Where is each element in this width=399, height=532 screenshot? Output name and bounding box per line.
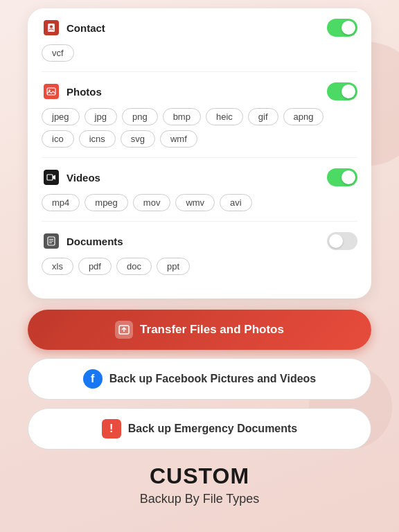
svg-rect-2 — [47, 88, 55, 95]
documents-toggle-knob — [329, 234, 343, 248]
main-container: Contact vcf — [0, 0, 399, 506]
photos-section: Photos jpeg jpg png bmp heic gif apng ic… — [42, 72, 357, 158]
emergency-button[interactable]: ! Back up Emergency Documents — [28, 408, 371, 450]
emergency-label: Back up Emergency Documents — [128, 423, 298, 435]
documents-toggle[interactable] — [327, 232, 357, 250]
tag-mp4: mp4 — [42, 194, 80, 211]
documents-icon-shape — [44, 233, 59, 249]
svg-rect-4 — [47, 175, 53, 180]
tag-apng: apng — [283, 108, 324, 125]
tag-wmf: wmf — [160, 130, 197, 148]
contact-toggle-knob — [342, 21, 355, 35]
transfer-button[interactable]: Transfer Files and Photos — [28, 310, 371, 350]
tag-png: png — [122, 108, 158, 125]
transfer-label: Transfer Files and Photos — [140, 323, 284, 337]
documents-tags: xls pdf doc ppt — [42, 258, 357, 275]
photos-title-wrap: Photos — [42, 82, 102, 101]
contact-toggle[interactable] — [327, 19, 357, 37]
svg-point-1 — [50, 26, 53, 28]
videos-section: Videos mp4 mpeg mov wmv avi — [42, 158, 357, 222]
tag-doc: doc — [116, 258, 152, 275]
tag-jpg: jpg — [85, 108, 117, 125]
documents-title-wrap: Documents — [42, 231, 123, 251]
contact-icon — [42, 18, 61, 37]
contact-title: Contact — [66, 22, 105, 34]
tag-mpeg: mpeg — [85, 194, 128, 211]
file-types-card: Contact vcf — [28, 8, 371, 299]
emergency-icon: ! — [102, 419, 121, 438]
contact-tags: vcf — [42, 44, 357, 62]
photos-icon — [42, 82, 61, 101]
tag-heic: heic — [206, 108, 243, 125]
videos-icon — [42, 168, 61, 187]
photos-toggle[interactable] — [327, 82, 357, 100]
footer-subtitle: Backup By File Types — [140, 492, 260, 506]
contact-section: Contact vcf — [42, 8, 357, 72]
tag-vcf: vcf — [42, 44, 74, 62]
footer: CUSTOM Backup By File Types — [140, 463, 260, 506]
tag-ppt: ppt — [157, 258, 190, 275]
videos-title: Videos — [66, 172, 100, 184]
svg-point-3 — [48, 89, 50, 91]
documents-icon — [42, 231, 61, 251]
tag-ico: ico — [42, 130, 74, 148]
tag-gif: gif — [248, 108, 278, 125]
videos-tags: mp4 mpeg mov wmv avi — [42, 194, 357, 211]
videos-icon-shape — [44, 170, 59, 185]
contact-title-wrap: Contact — [42, 18, 105, 37]
facebook-label: Back up Facebook Pictures and Videos — [109, 373, 316, 385]
videos-toggle[interactable] — [327, 168, 357, 186]
footer-title: CUSTOM — [140, 463, 260, 489]
contact-icon-shape — [44, 20, 59, 35]
documents-title: Documents — [66, 236, 123, 247]
photos-toggle-knob — [342, 85, 355, 98]
tag-pdf: pdf — [78, 258, 112, 275]
contact-header: Contact — [42, 18, 357, 37]
photos-tags: jpeg jpg png bmp heic gif apng ico icns … — [42, 108, 357, 148]
photos-header: Photos — [42, 82, 357, 101]
transfer-icon — [115, 321, 133, 339]
tag-svg: svg — [121, 130, 155, 148]
facebook-button[interactable]: f Back up Facebook Pictures and Videos — [28, 358, 371, 400]
tag-jpeg: jpeg — [42, 108, 80, 125]
tag-xls: xls — [42, 258, 73, 275]
tag-wmv: wmv — [175, 194, 215, 211]
tag-bmp: bmp — [163, 108, 201, 125]
facebook-icon: f — [83, 369, 103, 389]
tag-avi: avi — [220, 194, 252, 211]
photos-title: Photos — [66, 86, 102, 98]
tag-mov: mov — [133, 194, 171, 211]
photos-icon-shape — [44, 84, 59, 99]
videos-header: Videos — [42, 168, 357, 187]
documents-header: Documents — [42, 231, 357, 251]
videos-toggle-knob — [342, 170, 355, 184]
videos-title-wrap: Videos — [42, 168, 100, 187]
documents-section: Documents xls pdf doc ppt — [42, 222, 357, 285]
tag-icns: icns — [79, 130, 116, 148]
